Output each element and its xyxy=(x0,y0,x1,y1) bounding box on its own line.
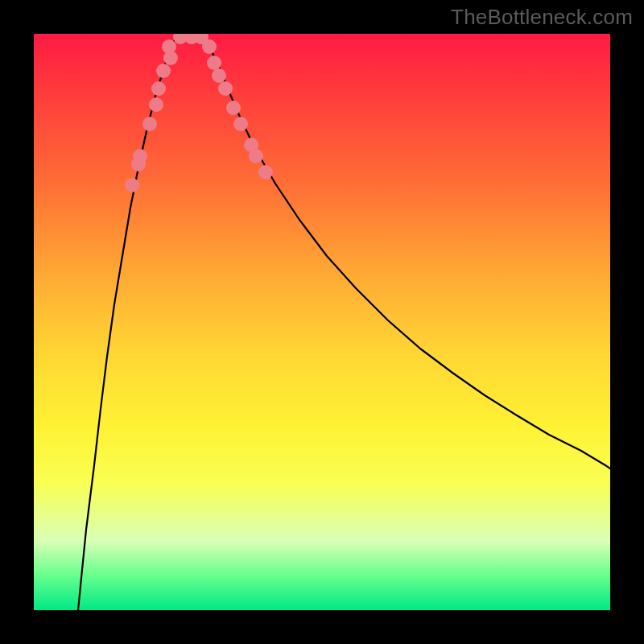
marker-group xyxy=(125,34,273,192)
left-branch xyxy=(78,34,179,610)
marker-dot xyxy=(258,165,273,180)
marker-dot xyxy=(151,81,166,96)
marker-dot xyxy=(207,56,221,70)
marker-dot xyxy=(226,101,241,115)
marker-dot xyxy=(125,178,139,192)
right-branch xyxy=(203,34,610,469)
curve-svg xyxy=(34,34,610,610)
marker-dot xyxy=(212,68,226,83)
marker-dot xyxy=(233,117,248,131)
marker-dot xyxy=(142,117,157,131)
marker-dot xyxy=(156,64,171,78)
marker-dot xyxy=(202,39,217,54)
watermark-text: TheBottleneck.com xyxy=(451,5,633,30)
marker-dot xyxy=(163,51,178,65)
chart-frame: TheBottleneck.com xyxy=(0,0,644,644)
marker-dot xyxy=(249,149,263,163)
plot-area xyxy=(34,34,610,610)
marker-dot xyxy=(218,81,233,96)
marker-dot xyxy=(131,157,146,171)
marker-dot xyxy=(149,97,163,112)
